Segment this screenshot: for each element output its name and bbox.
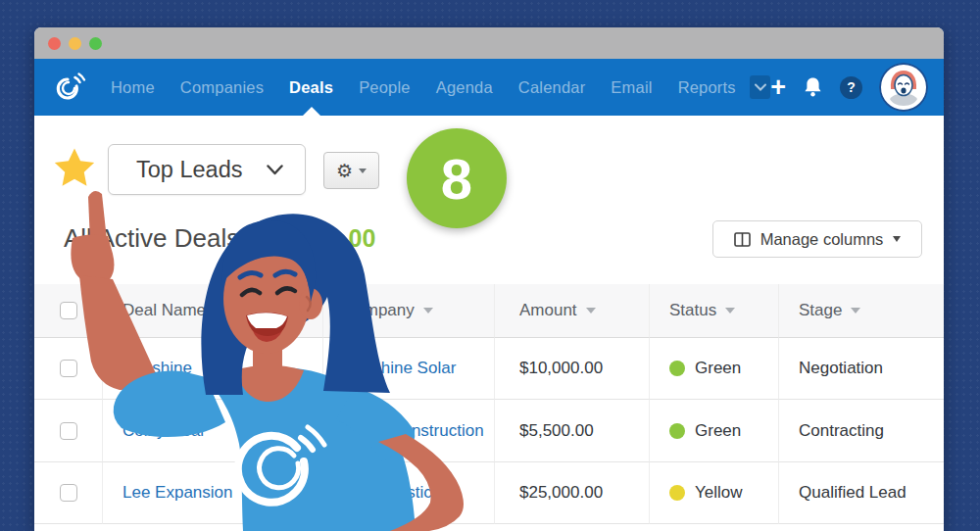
window-titlebar (34, 27, 944, 59)
sort-caret-icon (851, 308, 860, 314)
list-settings-button[interactable]: ⚙ (323, 152, 379, 189)
row-checkbox[interactable] (60, 422, 77, 440)
deals-summary: All Active Deals$40,500.00 (64, 223, 375, 254)
manage-columns-label: Manage columns (760, 230, 884, 249)
row-checkbox[interactable] (60, 484, 77, 502)
nav-item-calendar[interactable]: Calendar (518, 59, 586, 116)
nav-items: Home Companies Deals People Agenda Calen… (111, 59, 736, 116)
deal-link[interactable]: Lee Expansion (122, 483, 232, 503)
sort-caret-icon (586, 308, 596, 314)
deal-link[interactable]: Colby Deal (122, 421, 204, 441)
minimize-window-button[interactable] (69, 37, 81, 50)
favorite-star-icon[interactable] (54, 147, 95, 188)
nav-item-companies[interactable]: Companies (180, 59, 264, 116)
select-all-cell (34, 284, 103, 338)
caret-down-icon (359, 169, 367, 173)
column-header-deal-name[interactable]: Deal Name (103, 284, 323, 338)
amount-cell: $25,000.00 (495, 462, 650, 524)
main-navbar: Home Companies Deals People Agenda Calen… (34, 59, 944, 116)
app-window: Home Companies Deals People Agenda Calen… (34, 27, 944, 531)
chevron-down-icon (267, 165, 283, 175)
chevron-down-icon (755, 83, 766, 91)
row-select-cell (34, 462, 103, 524)
deals-page: Top Leads ⚙ 8 All Active Deals$40,500.00… (34, 116, 944, 531)
nav-item-people[interactable]: People (359, 59, 411, 116)
status-dot (669, 361, 685, 376)
deal-link[interactable]: Sunshine (122, 359, 192, 378)
nav-item-agenda[interactable]: Agenda (436, 59, 493, 116)
amount-cell: $5,500.00 (495, 400, 650, 462)
sort-caret-icon (725, 308, 735, 314)
status-dot (669, 485, 685, 501)
summary-amount: $40,500.00 (253, 224, 375, 252)
column-header-status[interactable]: Status (650, 284, 779, 338)
zoom-window-button[interactable] (89, 37, 102, 50)
row-select-cell (34, 338, 103, 400)
sort-caret-icon (423, 308, 433, 314)
nav-overflow-button[interactable] (750, 75, 770, 99)
nav-actions: + ? (770, 63, 928, 112)
deals-table: Deal Name Company Amount Status Stage Su… (34, 284, 944, 524)
amount-cell: $10,000.00 (495, 338, 650, 400)
status-cell: Yellow (650, 462, 779, 524)
status-dot (669, 423, 685, 439)
row-checkbox[interactable] (60, 360, 77, 377)
saved-list-dropdown[interactable]: Top Leads (108, 144, 306, 195)
user-avatar[interactable] (879, 63, 928, 112)
summary-label: All Active Deals (64, 223, 239, 253)
nutshell-logo-icon[interactable] (50, 68, 89, 107)
deal-name-cell: Sunshine (103, 338, 323, 400)
stage-cell: Qualified Lead (779, 462, 944, 524)
add-new-button[interactable]: + (770, 74, 786, 101)
stage-cell: Negotiation (779, 338, 944, 400)
status-cell: Green (650, 338, 779, 400)
deal-name-cell: Lee Expansion (103, 462, 323, 524)
manage-columns-button[interactable]: Manage columns (712, 220, 922, 258)
status-cell: Green (650, 400, 779, 462)
close-window-button[interactable] (48, 37, 61, 50)
company-cell: Colby Construction (323, 400, 495, 462)
column-header-amount[interactable]: Amount (495, 284, 650, 338)
deal-name-cell: Colby Deal (103, 400, 323, 462)
help-icon[interactable]: ? (840, 76, 862, 99)
company-cell: Lee Logistics (323, 462, 495, 524)
stage-cell: Contracting (779, 400, 944, 462)
nav-item-deals[interactable]: Deals (289, 59, 333, 116)
caret-down-icon (893, 236, 901, 242)
nav-item-reports[interactable]: Reports (678, 59, 736, 116)
sort-caret-icon (215, 308, 224, 314)
company-link[interactable]: Sunshine Solar (343, 359, 456, 378)
column-header-company[interactable]: Company (323, 284, 495, 338)
saved-list-label: Top Leads (136, 157, 242, 183)
company-link[interactable]: Colby Construction (343, 421, 484, 441)
company-cell: Sunshine Solar (323, 338, 495, 400)
company-link[interactable]: Lee Logistics (343, 483, 440, 503)
gear-icon: ⚙ (336, 162, 353, 180)
select-all-checkbox[interactable] (60, 302, 77, 319)
deal-count-badge: 8 (407, 128, 507, 228)
nav-item-email[interactable]: Email (611, 59, 652, 116)
column-header-stage[interactable]: Stage (779, 284, 944, 338)
row-select-cell (34, 400, 103, 462)
notifications-bell-icon[interactable] (803, 76, 823, 98)
columns-icon (734, 232, 751, 247)
nav-item-home[interactable]: Home (111, 59, 155, 116)
